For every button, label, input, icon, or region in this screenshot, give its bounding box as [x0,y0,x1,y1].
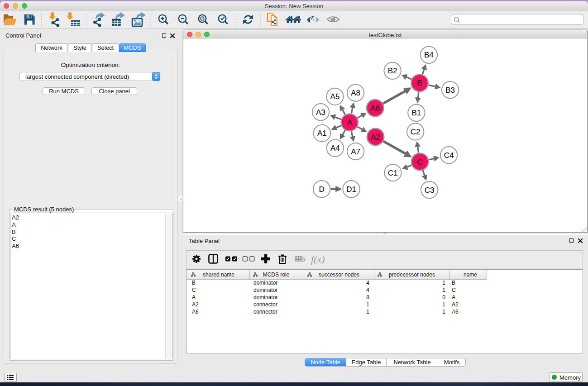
svg-text:A: A [452,294,455,300]
svg-text:1: 1 [442,301,445,308]
svg-text:f(x): f(x) [311,253,325,265]
svg-text:8: 8 [366,294,369,300]
svg-text:A2: A2 [452,301,459,308]
svg-text:A: A [347,118,353,127]
svg-text:A2: A2 [371,133,380,142]
svg-text:name: name [464,272,477,278]
svg-text:A6: A6 [192,309,199,315]
svg-text:4: 4 [366,287,369,293]
svg-text:shared name: shared name [203,272,234,278]
svg-text:1: 1 [442,280,445,286]
svg-text:dominator: dominator [253,280,277,286]
svg-text:A1: A1 [317,129,327,138]
svg-text:A8: A8 [351,89,360,97]
svg-text:successor nodes: successor nodes [319,272,359,278]
svg-text:B4: B4 [424,51,434,59]
svg-text:D1: D1 [346,185,356,194]
svg-text:B1: B1 [412,109,421,117]
svg-text:C: C [452,287,456,293]
svg-text:A: A [192,294,196,300]
svg-text:1: 1 [442,287,445,293]
svg-text:D: D [319,185,325,194]
svg-text:dominator: dominator [253,287,277,293]
svg-text:MCDS role: MCDS role [263,272,290,278]
svg-text:A4: A4 [330,144,340,152]
svg-text:C: C [417,158,423,167]
svg-text:A2: A2 [192,301,199,308]
svg-text:A5: A5 [330,92,340,101]
svg-text:A6: A6 [452,309,459,315]
svg-text:4: 4 [366,280,369,286]
svg-text:A6: A6 [370,104,380,113]
svg-text:C1: C1 [388,169,398,177]
svg-text:1: 1 [366,301,369,308]
svg-text:B3: B3 [445,86,455,95]
svg-text:C4: C4 [444,151,454,160]
svg-text:dominator: dominator [253,294,277,300]
svg-text:B2: B2 [388,67,397,75]
svg-text:0: 0 [442,294,445,300]
svg-text:A7: A7 [351,148,360,156]
svg-text:C: C [192,287,196,293]
svg-text:B: B [417,79,422,87]
svg-text:B: B [192,280,196,286]
svg-text:C3: C3 [425,186,435,195]
svg-text:connector: connector [253,309,277,315]
svg-text:connector: connector [253,301,277,308]
svg-text:A3: A3 [316,108,325,117]
svg-text:predecessor nodes: predecessor nodes [389,272,435,278]
svg-text:1: 1 [442,309,445,315]
svg-text:B: B [452,280,455,286]
svg-text:1: 1 [366,309,369,315]
svg-text:C2: C2 [411,128,421,136]
